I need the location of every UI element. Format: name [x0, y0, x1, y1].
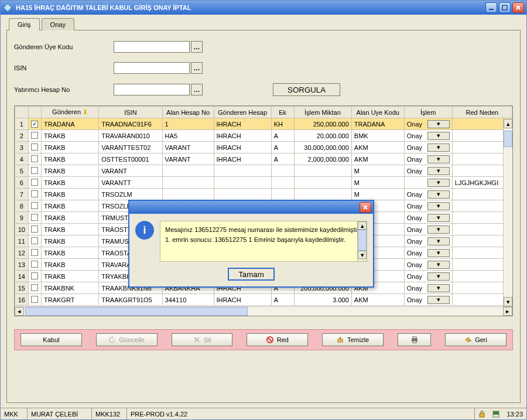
dropdown-icon[interactable]: ▾: [427, 155, 449, 163]
cell-gonderen[interactable]: TRAKB: [42, 200, 99, 212]
cell-alan-hesap[interactable]: VARANT: [162, 153, 214, 165]
dropdown-icon[interactable]: ▾: [427, 284, 449, 292]
cell-islem[interactable]: Onay▾: [404, 294, 452, 306]
cell-islem[interactable]: Onay▾: [404, 282, 452, 294]
cell-alan-hesap[interactable]: [162, 177, 214, 189]
cell-alan-uye[interactable]: AKM: [351, 142, 404, 153]
cell-isin[interactable]: VARANTTEST02: [99, 142, 162, 153]
row-index[interactable]: 10: [15, 224, 29, 235]
cell-gonderen[interactable]: TRAKGRT: [42, 294, 99, 306]
cell-islem[interactable]: Onay▾: [404, 224, 452, 235]
cell-islem-miktari[interactable]: 250,000.000: [294, 118, 351, 130]
cell-islem[interactable]: Onay▾: [404, 165, 452, 177]
dialog-close-button[interactable]: [360, 202, 371, 213]
dialog-scroll-up-icon[interactable]: ▴: [358, 221, 367, 230]
row-index[interactable]: 2: [15, 130, 29, 142]
row-index[interactable]: 15: [15, 282, 29, 294]
dropdown-icon[interactable]: ▾: [427, 261, 449, 269]
dropdown-icon[interactable]: ▾: [427, 120, 449, 128]
row-index[interactable]: 9: [15, 212, 29, 224]
row-index[interactable]: 1: [15, 118, 29, 130]
hesap-input[interactable]: [114, 84, 190, 95]
row-index[interactable]: 6: [15, 177, 29, 189]
cell-isin[interactable]: OSTTEST00001: [99, 153, 162, 165]
dropdown-icon[interactable]: ▾: [427, 144, 449, 152]
row-checkbox[interactable]: [28, 189, 42, 200]
cell-gonderen[interactable]: TRAKB: [42, 142, 99, 153]
cell-gonderen[interactable]: TRAKB: [42, 259, 99, 271]
row-index[interactable]: 13: [15, 259, 29, 271]
cell-gonderen-hesap[interactable]: [214, 189, 271, 200]
row-index[interactable]: 3: [15, 142, 29, 153]
row-index[interactable]: 5: [15, 165, 29, 177]
row-index[interactable]: 14: [15, 271, 29, 282]
gonderen-picker-button[interactable]: …: [191, 41, 203, 53]
cell-alan-hesap[interactable]: VARANT: [162, 142, 214, 153]
cell-ek[interactable]: A: [271, 142, 294, 153]
row-checkbox[interactable]: [28, 294, 42, 306]
cell-islem[interactable]: Onay▾: [404, 235, 452, 247]
cell-gonderen-hesap[interactable]: IHRACH: [214, 118, 271, 130]
cell-islem-miktari[interactable]: 3.000: [294, 294, 351, 306]
row-checkbox[interactable]: [28, 212, 42, 224]
row-checkbox[interactable]: [28, 282, 42, 294]
cell-isin[interactable]: TRAVARAN0010: [99, 130, 162, 142]
cell-gonderen[interactable]: TRAKB: [42, 212, 99, 224]
cell-islem[interactable]: Onay▾: [404, 247, 452, 259]
row-checkbox[interactable]: [28, 224, 42, 235]
cell-ek[interactable]: A: [271, 153, 294, 165]
row-checkbox[interactable]: [28, 235, 42, 247]
dropdown-icon[interactable]: ▾: [427, 190, 449, 199]
scroll-up-icon[interactable]: ▴: [504, 119, 512, 128]
table-row[interactable]: 3TRAKBVARANTTEST02VARANTIHRACHA30,000,00…: [15, 142, 512, 153]
dropdown-icon[interactable]: ▾: [427, 272, 449, 281]
cell-islem-miktari[interactable]: 30,000,000.000: [294, 142, 351, 153]
kabul-button[interactable]: Kabul: [20, 333, 82, 346]
dropdown-icon[interactable]: ▾: [427, 226, 449, 234]
cell-ek[interactable]: [271, 189, 294, 200]
cell-gonderen[interactable]: TRAKB: [42, 153, 99, 165]
sorgula-button[interactable]: SORGULA: [273, 83, 340, 96]
row-checkbox[interactable]: [28, 271, 42, 282]
dropdown-icon[interactable]: ▾: [427, 249, 449, 257]
cell-alan-uye[interactable]: M: [351, 177, 404, 189]
row-index[interactable]: 8: [15, 200, 29, 212]
col-red-neden[interactable]: Red Neden: [452, 107, 512, 118]
dialog-titlebar[interactable]: [129, 201, 373, 214]
row-index[interactable]: 4: [15, 153, 29, 165]
dropdown-icon[interactable]: ▾: [427, 237, 449, 245]
cell-islem[interactable]: Onay▾: [404, 200, 452, 212]
scroll-down-icon[interactable]: ▾: [504, 297, 512, 306]
col-checkbox[interactable]: [28, 107, 42, 118]
cell-islem[interactable]: Onay▾: [404, 142, 452, 153]
row-index[interactable]: 11: [15, 235, 29, 247]
cell-gonderen[interactable]: TRAKB: [42, 224, 99, 235]
col-alan-hesap[interactable]: Alan Hesap No: [162, 107, 214, 118]
row-checkbox[interactable]: [28, 142, 42, 153]
cell-gonderen[interactable]: TRADANA: [42, 118, 99, 130]
dropdown-icon[interactable]: ▾: [427, 214, 449, 222]
dialog-scrollbar[interactable]: ▴ ▾: [357, 221, 367, 261]
col-rowindex[interactable]: [15, 107, 29, 118]
cell-gonderen[interactable]: TRAKB: [42, 247, 99, 259]
dialog-ok-button[interactable]: Tamam: [228, 268, 275, 281]
cell-alan-hesap[interactable]: 1: [162, 118, 214, 130]
scroll-track[interactable]: [504, 128, 512, 297]
cell-gonderen[interactable]: TRAKBNK: [42, 282, 99, 294]
table-row[interactable]: 5TRAKBVARANTMOnay▾: [15, 165, 512, 177]
cell-gonderen[interactable]: TRAKB: [42, 189, 99, 200]
col-islem-miktari[interactable]: İşlem Miktarı: [294, 107, 351, 118]
table-row[interactable]: 2TRAKBTRAVARAN0010HA5IHRACHA20,000.000BM…: [15, 130, 512, 142]
cell-gonderen[interactable]: TRAKB: [42, 130, 99, 142]
cell-isin[interactable]: VARANTT: [99, 177, 162, 189]
cell-islem[interactable]: ▾: [404, 177, 452, 189]
dialog-scroll-thumb[interactable]: [358, 230, 367, 251]
tab-onay[interactable]: Onay: [42, 18, 74, 30]
row-checkbox[interactable]: [28, 177, 42, 189]
scroll-thumb[interactable]: [504, 131, 512, 147]
cell-gonderen-hesap[interactable]: [214, 177, 271, 189]
red-button[interactable]: Red: [247, 333, 308, 346]
cell-isin[interactable]: TRAADNAC91F6: [99, 118, 162, 130]
cell-islem[interactable]: Onay▾: [404, 153, 452, 165]
cell-islem-miktari[interactable]: [294, 165, 351, 177]
